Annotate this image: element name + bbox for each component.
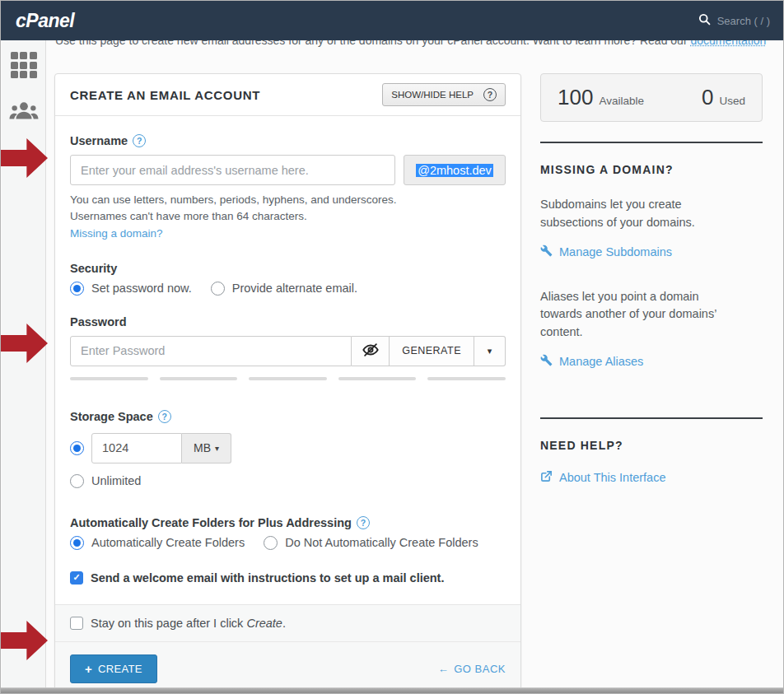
welcome-email-label: Send a welcome email with instructions t… [91, 571, 444, 585]
alternate-email-label: Provide alternate email. [232, 282, 357, 295]
email-accounts-stats: 100 Available 0 Used [540, 73, 763, 122]
chevron-down-icon: ▾ [488, 346, 492, 356]
plus-icon: + [85, 663, 92, 675]
need-help-title: NEED HELP? [540, 439, 763, 452]
used-stat: 0 Used [702, 85, 745, 110]
right-sidebar: 100 Available 0 Used MISSING A DOMAIN? S… [540, 73, 763, 486]
no-auto-create-folders-label: Do Not Automatically Create Folders [285, 536, 478, 549]
plus-addressing-label: Automatically Create Folders for Plus Ad… [70, 516, 352, 529]
storage-unlimited-row: Unlimited [70, 474, 506, 488]
search-control[interactable]: Search ( / ) [698, 13, 770, 29]
go-back-link[interactable]: ← GO BACK [438, 663, 506, 675]
password-input-group: GENERATE ▾ [70, 336, 506, 366]
storage-size-input[interactable] [91, 433, 182, 463]
search-hint-label: Search ( / ) [717, 15, 770, 27]
username-help-text: You can use letters, numbers, periods, h… [70, 192, 409, 226]
eye-slash-icon [362, 341, 380, 361]
generate-password-button[interactable]: GENERATE [389, 336, 474, 366]
card-footer: Stay on this page after I click Create. … [55, 604, 520, 694]
stay-on-page-checkbox[interactable] [70, 617, 83, 630]
set-password-label: Set password now. [91, 282, 192, 295]
show-hide-help-label: SHOW/HIDE HELP [391, 90, 474, 100]
card-header: CREATE AN EMAIL ACCOUNT SHOW/HIDE HELP ? [55, 74, 520, 116]
about-this-interface-link[interactable]: About This Interface [540, 470, 666, 485]
create-button[interactable]: + CREATE [70, 654, 157, 683]
available-stat: 100 Available [558, 85, 644, 110]
plus-addressing-options-row: Automatically Create Folders Do Not Auto… [70, 536, 506, 550]
security-options-row: Set password now. Provide alternate emai… [70, 282, 506, 296]
password-input[interactable] [70, 336, 352, 366]
generate-options-dropdown-button[interactable]: ▾ [474, 336, 506, 366]
storage-help-icon[interactable]: ? [158, 410, 171, 423]
available-label: Available [599, 95, 644, 107]
cpanel-logo: cPanel [16, 10, 74, 32]
storage-unit-dropdown[interactable]: MB ▾ [182, 433, 231, 463]
manage-subdomains-label: Manage Subdomains [559, 245, 672, 259]
domain-value: @2mhost.dev [416, 164, 493, 177]
missing-domain-link[interactable]: Missing a domain? [70, 227, 163, 240]
manage-aliases-label: Manage Aliases [559, 355, 643, 368]
domain-addon[interactable]: @2mhost.dev [404, 155, 506, 185]
manage-subdomains-link[interactable]: Manage Subdomains [540, 245, 672, 259]
manage-aliases-link[interactable]: Manage Aliases [540, 354, 643, 369]
stay-on-page-row: Stay on this page after I click Create. [55, 605, 520, 641]
subdomains-description: Subdomains let you create subsections of… [540, 196, 736, 232]
plus-addressing-help-icon[interactable]: ? [357, 516, 370, 529]
storage-input-group: MB ▾ [91, 433, 231, 463]
about-this-interface-label: About This Interface [559, 471, 666, 484]
username-input-row: @2mhost.dev [70, 155, 506, 185]
welcome-email-checkbox[interactable]: ✓ [70, 571, 83, 585]
wrench-icon [540, 354, 553, 369]
footer-actions-row: + CREATE ← GO BACK [55, 642, 520, 694]
external-link-icon [540, 470, 553, 485]
radio-no-auto-create-folders[interactable] [264, 536, 278, 550]
create-email-card: CREATE AN EMAIL ACCOUNT SHOW/HIDE HELP ?… [54, 73, 521, 694]
plus-addressing-label-row: Automatically Create Folders for Plus Ad… [70, 516, 506, 529]
help-circle-icon: ? [483, 88, 497, 101]
apps-grid-icon[interactable] [11, 52, 37, 78]
username-label-row: Username ? [70, 134, 506, 147]
unlimited-label: Unlimited [91, 474, 141, 487]
show-hide-help-button[interactable]: SHOW/HIDE HELP ? [382, 83, 506, 106]
storage-unit-label: MB [194, 441, 211, 454]
radio-auto-create-folders[interactable] [70, 536, 84, 550]
used-label: Used [719, 95, 745, 107]
card-body: Username ? @2mhost.dev You can use lette… [55, 134, 520, 694]
cpanel-screen: Use this page to create new email addres… [0, 0, 784, 694]
go-back-label: GO BACK [454, 663, 506, 675]
security-label: Security [70, 262, 506, 275]
wrench-icon [540, 245, 553, 259]
auto-create-folders-label: Automatically Create Folders [91, 536, 245, 549]
welcome-email-row: ✓ Send a welcome email with instructions… [70, 571, 506, 585]
create-button-label: CREATE [98, 663, 142, 675]
radio-alternate-email[interactable] [211, 282, 225, 296]
sidebar-divider [540, 417, 763, 419]
storage-custom-row: MB ▾ [70, 433, 506, 463]
missing-domain-title: MISSING A DOMAIN? [540, 163, 763, 176]
bottom-window-edge [1, 687, 783, 693]
chevron-down-icon: ▾ [215, 444, 219, 453]
username-input[interactable] [70, 155, 395, 185]
aliases-description: Aliases let you point a domain towards a… [540, 288, 736, 342]
sidebar-divider [540, 142, 763, 143]
left-icon-rail [2, 40, 46, 687]
password-label: Password [70, 315, 506, 328]
username-label: Username [70, 134, 128, 147]
top-header: cPanel Search ( / ) [1, 1, 783, 40]
storage-label-row: Storage Space ? [70, 410, 506, 423]
radio-storage-unlimited[interactable] [70, 474, 84, 488]
radio-storage-custom[interactable] [70, 441, 84, 455]
page-title: CREATE AN EMAIL ACCOUNT [70, 88, 260, 102]
storage-label: Storage Space [70, 410, 153, 423]
available-value: 100 [558, 85, 593, 110]
stay-on-page-label: Stay on this page after I click Create. [91, 617, 286, 630]
used-value: 0 [702, 85, 713, 110]
user-group-icon[interactable] [9, 100, 39, 124]
toggle-password-visibility-button[interactable] [352, 336, 390, 366]
back-arrow-icon: ← [438, 663, 450, 675]
username-help-icon[interactable]: ? [133, 134, 146, 147]
search-icon [698, 13, 711, 29]
radio-set-password[interactable] [70, 282, 84, 296]
password-strength-meter [70, 377, 506, 380]
